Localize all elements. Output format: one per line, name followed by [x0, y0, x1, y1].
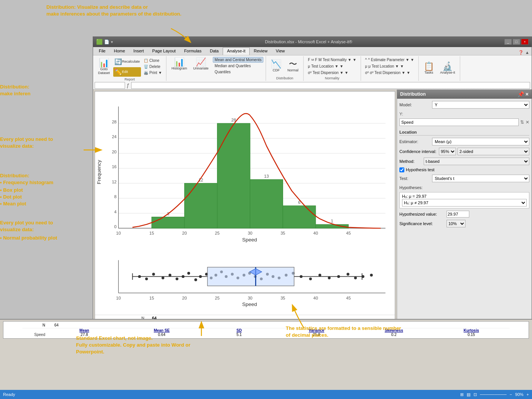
y-input[interactable] [399, 118, 519, 126]
tab-page-layout[interactable]: Page Layout [148, 47, 180, 55]
x-axis-title: Speed [242, 237, 257, 243]
title-bar-controls[interactable]: _ □ × [504, 39, 529, 45]
dot29 [318, 274, 321, 276]
test-select[interactable]: Student's t [432, 175, 529, 182]
dot35 [370, 274, 373, 276]
y-sort-btn[interactable]: ⇅ [520, 120, 524, 125]
panel-header-controls[interactable]: 📌 × [518, 91, 529, 97]
minimize-btn[interactable]: _ [504, 39, 512, 45]
help-btn[interactable]: ❓ [518, 50, 524, 55]
sig-select[interactable]: 10% [446, 220, 466, 227]
dot28 [309, 278, 312, 280]
tab-file[interactable]: File [95, 47, 110, 55]
bottom-n-label: N [22, 323, 45, 327]
histogram-svg: Frequency 0 4 8 12 16 20 24 28 [95, 91, 395, 248]
tab-home[interactable]: Home [110, 47, 129, 55]
hyp-value-input[interactable] [446, 211, 469, 218]
bottom-view3[interactable]: ⊡ [473, 392, 477, 397]
test-location-btn[interactable]: μ Test Location ▼ ▼ [306, 63, 358, 69]
x-tick-35: 35 [280, 231, 285, 235]
close-btn[interactable]: × [521, 39, 529, 45]
analyse-it-btn[interactable]: 🔬 Analyse-it [437, 61, 458, 76]
x-tick-10: 10 [116, 231, 120, 235]
test-location2-btn[interactable]: μ μ Test Location ▼ ▼ [363, 63, 416, 69]
b-mean-se: Mean SE [124, 328, 200, 333]
estimate-parameter-btn[interactable]: ^ ^ Estimate Parameter ▼ ▼ [363, 57, 416, 63]
y-tick-4: 4 [114, 210, 117, 214]
annotation-mean: • Mean plot [0, 200, 57, 207]
recalculate-btn[interactable]: 🔄 Recalculate [113, 57, 141, 66]
model-select[interactable]: Y [432, 101, 529, 109]
ci-sided-select[interactable]: 2-sided [458, 148, 529, 155]
b-speed-mse: 0.64 [124, 333, 200, 337]
tab-insert[interactable]: Insert [129, 47, 148, 55]
tasks-icon: 📋 [424, 62, 434, 71]
model-label: Model: [399, 103, 430, 107]
bottom-zoom-out[interactable]: − [510, 392, 512, 397]
formula-input[interactable] [131, 82, 530, 89]
dot6 [176, 278, 178, 280]
bottom-zoom-bar: ───────── [480, 392, 507, 397]
bottom-zoom-in[interactable]: + [527, 392, 529, 397]
test-dispersion-btn[interactable]: σ² Test Dispersion ▼ ▼ [306, 70, 358, 76]
test-dispersion2-btn[interactable]: σ² σ² Test Dispersion ▼ ▼ [363, 70, 416, 76]
b-variance: Variance [278, 328, 355, 333]
cdf-btn[interactable]: 📉 CDF [268, 59, 284, 73]
ribbon-group-distribution2: 📉 CDF 〜 Normal Distribution [266, 56, 304, 81]
mean-moments-btn[interactable]: Mean and Central Moments [213, 57, 263, 63]
delete-btn[interactable]: 🗑️ Delete [142, 64, 164, 69]
name-box[interactable] [95, 82, 125, 89]
test-normality-btn[interactable]: F M F M Test Normality ▼ ▼ [306, 57, 358, 63]
median-quartiles-btn[interactable]: Median and Quartiles [213, 63, 263, 69]
b-speed-kurt: 0.15 [433, 333, 510, 337]
test-dispersion-dropdown: ▼ [345, 71, 348, 75]
bottom-view2[interactable]: ▤ [467, 392, 470, 397]
annotation-dist2: Distribution: [0, 84, 91, 90]
bottom-data-row: Speed 27.8 0.64 5.1 25.8 0.2 0.15 [22, 333, 510, 337]
tab-analyse-it[interactable]: Analyse-it [223, 47, 249, 55]
ribbon-collapse-btn[interactable]: ▲ [525, 50, 529, 55]
tab-view[interactable]: View [272, 47, 289, 55]
test-row: Test: Student's t [399, 175, 529, 182]
bottom-status-right: ⊞ ▤ ⊡ ───────── − 90% + [460, 392, 529, 397]
hypothesis-checkbox[interactable] [399, 167, 404, 172]
ribbon-group-normality: F M F M Test Normality ▼ ▼ μ Test Locati… [304, 56, 361, 81]
panel-close-btn[interactable]: × [526, 91, 529, 97]
ribbon-group-report: 📊 Goto Dataset 🔄 Recalculate ✏️ Edit [93, 56, 166, 81]
panel-title: Distribution [400, 91, 426, 97]
y-tick-24: 24 [112, 134, 116, 139]
tab-formulas[interactable]: Formulas [180, 47, 206, 55]
analyse-it-icon: 🔬 [442, 62, 453, 71]
ci-row: Confidence interval: 95% 2-sided [399, 148, 529, 155]
tasks-btn[interactable]: 📋 Tasks [421, 61, 437, 76]
x-tick-20: 20 [182, 231, 187, 235]
stats-type-buttons: Mean and Central Moments Median and Quar… [213, 57, 263, 75]
tab-data[interactable]: Data [206, 47, 223, 55]
goto-dataset-btn[interactable]: 📊 Goto Dataset [95, 58, 112, 76]
clone-btn[interactable]: 📋 Clone [142, 58, 164, 63]
edit-btn[interactable]: ✏️ Edit [113, 67, 141, 77]
maximize-btn[interactable]: □ [513, 39, 520, 45]
bottom-view1[interactable]: ⊞ [460, 392, 464, 397]
method-select[interactable]: t-based [424, 158, 529, 165]
h1-select[interactable]: H₁: μ ≠ 29.97 [402, 199, 527, 207]
tab-review[interactable]: Review [250, 47, 272, 55]
histogram-btn[interactable]: 📊 Histogram [169, 57, 190, 71]
print-btn[interactable]: 🖨️ Print ▼ [142, 70, 164, 76]
dot2 [145, 278, 148, 280]
h1-row: H₁: μ ≠ 29.97 [402, 199, 527, 207]
boxplot-svg: 10 15 20 25 30 35 40 45 Speed [95, 248, 395, 315]
x-tick-25: 25 [215, 231, 220, 235]
panel-pin-btn[interactable]: 📌 [518, 91, 524, 97]
quantiles-btn[interactable]: Quantiles [213, 69, 263, 75]
model-row: Model: Y [399, 101, 529, 109]
normality-buttons: F M F M Test Normality ▼ ▼ μ Test Locati… [306, 57, 358, 76]
sigma-icon: σ² [365, 71, 369, 75]
estimator-select[interactable]: Mean (μ) [432, 138, 529, 145]
y-clear-btn[interactable]: ✕ [526, 120, 529, 125]
bp-x-tick-40: 40 [313, 296, 318, 300]
ci-percent-select[interactable]: 95% [439, 148, 456, 155]
normal-btn[interactable]: 〜 Normal [285, 59, 301, 73]
univariate-btn[interactable]: 📈 Univariate [190, 57, 211, 71]
x-tick-15: 15 [149, 231, 154, 235]
